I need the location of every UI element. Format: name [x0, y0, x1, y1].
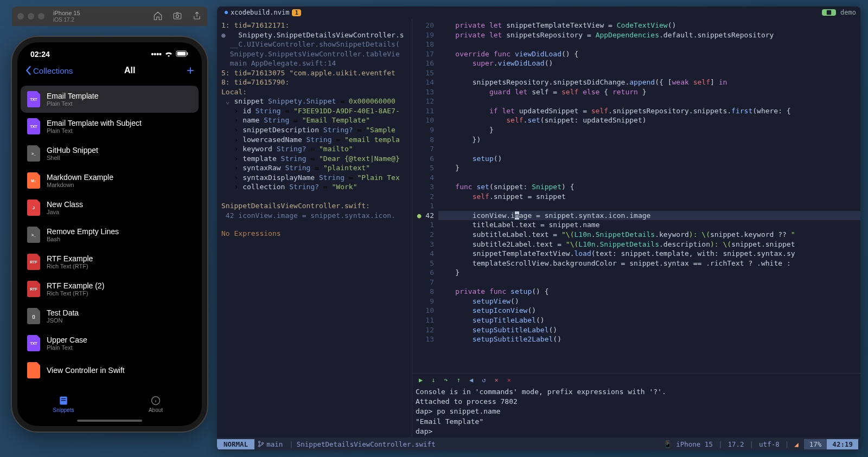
line-gutter: 2019181716151413121110987654321● 4212345… — [412, 18, 438, 373]
tab-about[interactable]: About — [110, 395, 202, 413]
file-icon — [27, 362, 40, 378]
row-title: Email Template with Subject — [47, 119, 142, 127]
list-item[interactable]: J New ClassJava — [21, 194, 199, 221]
list-item[interactable]: M↓ Markdown ExampleMarkdown — [21, 167, 199, 194]
home-indicator[interactable] — [77, 420, 142, 422]
svg-point-10 — [259, 441, 260, 443]
scroll-percent: 17% — [804, 439, 827, 449]
row-subtitle: JSON — [47, 317, 79, 324]
encoding: utf-8 — [757, 440, 782, 448]
svg-rect-0 — [174, 13, 181, 19]
share-icon[interactable] — [192, 11, 202, 22]
file-icon: TXT — [27, 91, 40, 107]
file-name: SnippetDetailsViewController.swift — [297, 440, 436, 448]
code-content[interactable]: private let snippetTemplateTextView = Co… — [438, 18, 860, 373]
sim-device-name: iPhone 15 — [53, 10, 80, 16]
file-icon: RTF — [27, 281, 40, 297]
cellular-icon: •••• — [151, 50, 162, 59]
row-title: Remove Empty Lines — [47, 227, 119, 236]
tab-badge: 1 — [292, 9, 301, 16]
snippet-list[interactable]: TXT Email TemplatePlain TextTXT Email Te… — [17, 82, 202, 387]
code-editor[interactable]: 2019181716151413121110987654321● 4212345… — [412, 18, 860, 373]
demo-indicator — [822, 9, 836, 16]
list-item[interactable]: >_ GitHub SnippetShell — [21, 140, 199, 167]
screenshot-icon[interactable] — [173, 11, 182, 22]
debug-control-icon[interactable]: ↺ — [482, 376, 486, 385]
row-title: Upper Case — [47, 336, 87, 344]
add-button[interactable]: + — [187, 63, 194, 78]
nav-title: All — [124, 66, 135, 75]
row-title: RTF Example — [47, 254, 93, 263]
home-icon[interactable] — [153, 11, 163, 22]
list-item[interactable]: >_ Remove Empty LinesBash — [21, 221, 199, 248]
svg-rect-4 — [187, 52, 188, 55]
debug-toolbar: ▶↓↷↑◀↺✕✕ — [416, 375, 857, 387]
diag-icon: ◢ — [792, 440, 801, 448]
list-item[interactable]: TXT Email Template with SubjectPlain Tex… — [21, 113, 199, 140]
simulator-titlebar: iPhone 15 iOS 17.2 — [12, 7, 207, 26]
debug-console[interactable]: ▶↓↷↑◀↺✕✕ Console is in 'commands' mode, … — [412, 373, 860, 437]
debug-variables-pane[interactable]: 1: tid=71612171: ● Snippety.SnippetDetai… — [217, 18, 412, 437]
debug-control-icon[interactable]: ▶ — [419, 376, 423, 385]
row-subtitle: Rich Text (RTF) — [47, 263, 93, 269]
file-icon: {} — [27, 308, 40, 324]
row-title: New Class — [47, 200, 83, 209]
list-item[interactable]: TXT Upper CasePlain Text — [21, 330, 199, 357]
list-item[interactable]: RTF RTF Example (2)Rich Text (RTF) — [21, 275, 199, 302]
back-button[interactable]: Collections — [25, 66, 73, 75]
wifi-icon — [164, 50, 173, 59]
svg-rect-7 — [61, 400, 66, 401]
file-icon: >_ — [27, 227, 40, 243]
list-item[interactable]: {} Test DataJSON — [21, 302, 199, 330]
vim-mode: NORMAL — [217, 439, 254, 449]
editor-tab[interactable]: xcodebuild.nvim 1 — [221, 8, 304, 17]
editor-window: xcodebuild.nvim 1 demo 1: tid=71612171: … — [217, 7, 860, 450]
row-subtitle: Java — [47, 209, 83, 215]
row-subtitle: Rich Text (RTF) — [47, 290, 104, 297]
debug-control-icon[interactable]: ✕ — [494, 376, 498, 385]
tab-indicator — [225, 11, 228, 14]
svg-point-1 — [176, 15, 178, 17]
tab-snippets[interactable]: Snippets — [17, 395, 110, 413]
device-indicator: 📱 iPhone 15 — [661, 440, 715, 448]
file-icon: TXT — [27, 118, 40, 134]
dynamic-island — [80, 48, 139, 63]
debug-control-icon[interactable]: ↷ — [444, 376, 448, 385]
svg-point-12 — [262, 442, 264, 444]
git-branch: main — [254, 440, 286, 448]
device-frame: 02:24 •••• Collections All + TXT Email T… — [12, 37, 207, 432]
row-title: GitHub Snippet — [47, 146, 98, 155]
row-subtitle: Bash — [47, 236, 119, 242]
file-icon: TXT — [27, 335, 40, 351]
row-subtitle: Plain Text — [47, 127, 142, 134]
file-icon: RTF — [27, 254, 40, 270]
tab-line: xcodebuild.nvim 1 demo — [217, 7, 860, 18]
list-item[interactable]: RTF RTF ExampleRich Text (RTF) — [21, 248, 199, 275]
debug-control-icon[interactable]: ↓ — [431, 376, 435, 385]
row-title: Markdown Example — [47, 173, 113, 182]
os-indicator: 17.2 — [725, 440, 746, 448]
traffic-lights[interactable] — [17, 13, 44, 20]
row-title: View Controller in Swift — [47, 366, 125, 375]
debug-control-icon[interactable]: ↑ — [457, 376, 461, 385]
simulator-window: iPhone 15 iOS 17.2 02:24 •••• — [12, 7, 207, 432]
sim-os-version: iOS 17.2 — [53, 17, 80, 23]
file-icon: M↓ — [27, 172, 40, 189]
battery-icon — [176, 50, 189, 59]
clock: 02:24 — [30, 50, 50, 59]
list-item[interactable]: View Controller in Swift — [21, 357, 199, 384]
list-item[interactable]: TXT Email TemplatePlain Text — [21, 86, 199, 113]
status-line: NORMAL main | SnippetDetailsViewControll… — [217, 437, 860, 450]
svg-rect-9 — [827, 10, 831, 15]
no-expressions: No Expressions — [221, 229, 407, 239]
row-title: Test Data — [47, 308, 79, 317]
row-title: RTF Example (2) — [47, 281, 104, 290]
row-subtitle: Plain Text — [47, 344, 87, 351]
file-icon: >_ — [27, 145, 40, 162]
row-subtitle: Shell — [47, 155, 98, 161]
debug-control-icon[interactable]: ◀ — [469, 376, 473, 385]
svg-point-11 — [259, 445, 260, 447]
debug-control-icon[interactable]: ✕ — [507, 376, 511, 385]
file-icon: J — [27, 199, 40, 216]
row-subtitle: Markdown — [47, 182, 113, 188]
